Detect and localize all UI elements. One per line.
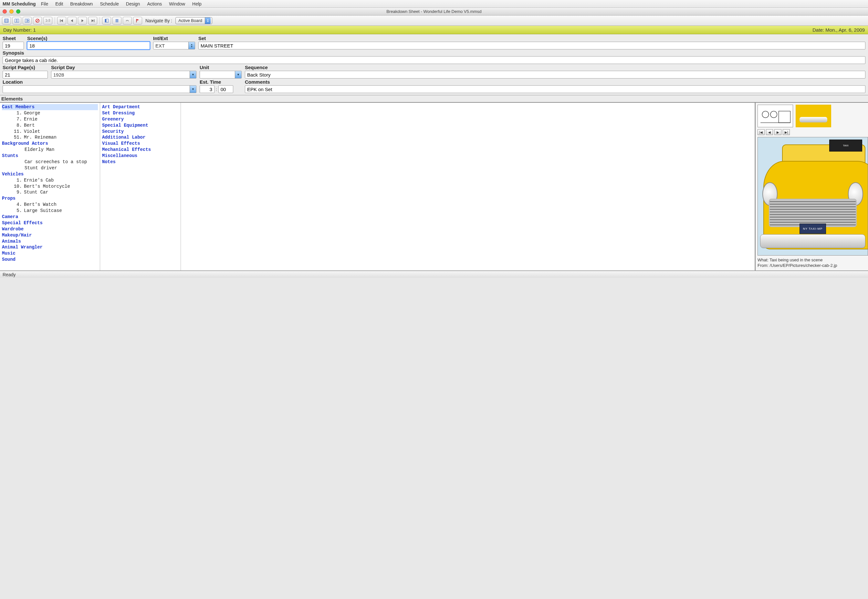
- element-item[interactable]: 51.Mr. Reineman: [2, 134, 98, 140]
- element-category-header[interactable]: Props: [2, 196, 98, 202]
- element-item[interactable]: 7.Ernie: [2, 116, 98, 122]
- elements-column-3[interactable]: [181, 103, 755, 271]
- navigate-by-select[interactable]: Active Board ▲▼: [175, 17, 212, 24]
- element-category-header[interactable]: Stunts: [2, 153, 98, 159]
- view-split-button[interactable]: [23, 17, 32, 24]
- nav-prev-button[interactable]: [68, 17, 77, 24]
- element-category-header[interactable]: Additional Labor: [102, 134, 179, 140]
- element-category-header[interactable]: Miscellaneous: [102, 153, 179, 159]
- menu-actions[interactable]: Actions: [147, 1, 162, 6]
- layout-list-button[interactable]: [113, 17, 122, 24]
- element-category-header[interactable]: Background Actors: [2, 140, 98, 147]
- nav-next-button[interactable]: [78, 17, 87, 24]
- element-item[interactable]: 1.Ernie's Cab: [2, 178, 98, 184]
- element-category-header[interactable]: Special Equipment: [102, 122, 179, 129]
- menu-help[interactable]: Help: [192, 1, 202, 6]
- element-category-header[interactable]: Notes: [102, 159, 179, 165]
- est-time-hours-input[interactable]: [200, 85, 215, 93]
- menubar: MM Scheduling File Edit Breakdown Schedu…: [0, 0, 868, 8]
- location-select[interactable]: ▼: [3, 85, 196, 93]
- element-item[interactable]: Car screeches to a stop: [2, 159, 98, 165]
- element-item[interactable]: 11.Violet: [2, 129, 98, 135]
- menu-breakdown[interactable]: Breakdown: [70, 1, 93, 6]
- svg-rect-21: [136, 19, 137, 22]
- element-category-header[interactable]: Camera: [2, 214, 98, 220]
- element-category-header[interactable]: Greenery: [102, 116, 179, 122]
- element-category-header[interactable]: Wardrobe: [2, 226, 98, 232]
- intext-select[interactable]: EXT ▲▼: [153, 42, 195, 50]
- element-item[interactable]: 10.Bert's Motorcycle: [2, 184, 98, 190]
- menu-window[interactable]: Window: [169, 1, 185, 6]
- sequence-input[interactable]: [245, 71, 865, 78]
- svg-marker-13: [81, 19, 83, 22]
- zoom-window-button[interactable]: [16, 9, 20, 14]
- day-number-label: Day Number: 1: [3, 27, 36, 33]
- menu-edit[interactable]: Edit: [55, 1, 63, 6]
- synopsis-input[interactable]: [3, 56, 865, 64]
- element-category-header[interactable]: Sound: [2, 257, 98, 263]
- image-prev-button[interactable]: ◀: [766, 129, 773, 135]
- flag-button[interactable]: [133, 17, 142, 24]
- renumber-button[interactable]: 123: [43, 17, 52, 24]
- thumbnail-2[interactable]: [796, 105, 831, 127]
- element-item[interactable]: 4.Bert's Watch: [2, 202, 98, 208]
- element-item[interactable]: Elderly Man: [2, 147, 98, 153]
- nav-first-button[interactable]: [57, 17, 66, 24]
- element-item[interactable]: 1.George: [2, 110, 98, 116]
- element-item[interactable]: Stunt driver: [2, 165, 98, 171]
- element-item[interactable]: 9.Stunt Car: [2, 189, 98, 196]
- menu-file[interactable]: File: [41, 1, 48, 6]
- svg-rect-15: [94, 19, 95, 22]
- element-category-header[interactable]: Special Effects: [2, 220, 98, 226]
- set-input[interactable]: [199, 42, 865, 50]
- element-category-header[interactable]: Security: [102, 129, 179, 135]
- element-category-header[interactable]: Mechanical Effects: [102, 147, 179, 153]
- svg-marker-12: [71, 19, 73, 22]
- comments-input[interactable]: [245, 85, 865, 93]
- script-pages-label: Script Page(s): [3, 65, 48, 70]
- no-entry-icon[interactable]: [33, 17, 42, 24]
- elements-body: Cast Members1.George7.Ernie8.Bert11.Viol…: [0, 103, 868, 271]
- script-day-select[interactable]: 1928 ▼: [51, 71, 196, 78]
- link-button[interactable]: [123, 17, 132, 24]
- view-sheet-button[interactable]: [2, 17, 11, 24]
- status-text: Ready: [3, 272, 15, 277]
- script-pages-input[interactable]: [3, 71, 48, 78]
- element-item[interactable]: 5.Large Suitcase: [2, 208, 98, 214]
- nav-last-button[interactable]: [88, 17, 97, 24]
- image-nav-controls: |◀ ◀ ▶ ▶|: [755, 129, 868, 136]
- view-twoup-button[interactable]: [12, 17, 21, 24]
- image-preview[interactable]: TAXI NY TAXI-MP: [758, 137, 868, 256]
- element-category-header[interactable]: Visual Effects: [102, 140, 179, 147]
- element-category-header[interactable]: Animal Wrangler: [2, 244, 98, 250]
- element-category-header[interactable]: Art Department: [102, 104, 179, 110]
- element-category-header[interactable]: Makeup/Hair: [2, 232, 98, 238]
- element-item[interactable]: 8.Bert: [2, 122, 98, 129]
- menu-design[interactable]: Design: [126, 1, 140, 6]
- chevron-down-icon: ▼: [190, 86, 196, 93]
- elements-column-2[interactable]: Art DepartmentSet DressingGreenerySpecia…: [100, 103, 181, 271]
- dropdown-arrows-icon: ▲▼: [188, 42, 195, 49]
- element-category-header[interactable]: Vehicles: [2, 171, 98, 178]
- image-first-button[interactable]: |◀: [758, 129, 765, 135]
- sheet-input[interactable]: [3, 42, 24, 50]
- est-time-mins-input[interactable]: [218, 85, 233, 93]
- unit-select[interactable]: ▼: [200, 71, 242, 78]
- image-next-button[interactable]: ▶: [774, 129, 781, 135]
- taxi-plate-text: NY TAXI-MP: [800, 224, 826, 234]
- layout-a-button[interactable]: [102, 17, 111, 24]
- element-category-header[interactable]: Cast Members: [2, 104, 98, 110]
- image-from-value: /Users/EP/Pictures/checker-cab-2.jp: [770, 263, 837, 268]
- element-category-header[interactable]: Set Dressing: [102, 110, 179, 116]
- element-category-header[interactable]: Animals: [2, 238, 98, 245]
- elements-column-1[interactable]: Cast Members1.George7.Ernie8.Bert11.Viol…: [0, 103, 100, 271]
- scenes-input[interactable]: [27, 42, 150, 50]
- minimize-window-button[interactable]: [9, 9, 14, 14]
- thumbnail-1[interactable]: [758, 105, 793, 127]
- element-category-header[interactable]: Music: [2, 250, 98, 257]
- image-last-button[interactable]: ▶|: [783, 129, 790, 135]
- menu-schedule[interactable]: Schedule: [100, 1, 119, 6]
- svg-marker-11: [61, 19, 63, 22]
- toolbar: 123 Navigate By : Active Board ▲▼: [0, 15, 868, 26]
- close-window-button[interactable]: [3, 9, 7, 14]
